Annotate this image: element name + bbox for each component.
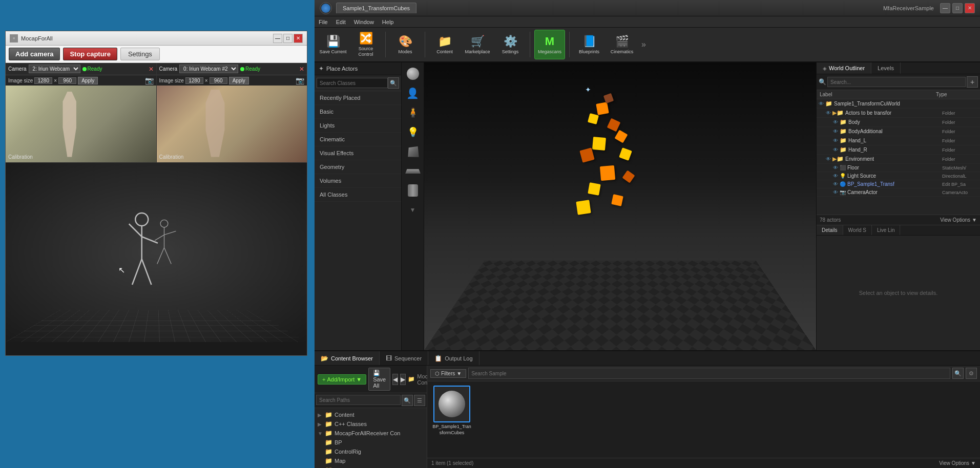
tree-item-controlrig[interactable]: 📁 ControlRig (315, 447, 427, 456)
search-sample-button[interactable]: 🔍 (952, 368, 964, 379)
search-paths-settings-button[interactable]: ☰ (414, 395, 425, 406)
outliner-item-actors[interactable]: 👁 ▶📁 Actors to be transfor Folder (817, 109, 980, 118)
settings-button[interactable]: Settings (120, 48, 160, 60)
outliner-item-world[interactable]: 👁 📁 Sample1_TransformCuWorld (817, 99, 980, 109)
category-geometry[interactable]: Geometry (315, 160, 401, 174)
menu-help[interactable]: Help (382, 19, 394, 25)
search-paths-input[interactable] (316, 395, 401, 405)
content-button[interactable]: 📁 Content (429, 30, 460, 59)
shape-mannequin-button[interactable]: 🧍 (404, 103, 422, 122)
source-control-button[interactable]: 🔀 Source Control (350, 30, 381, 59)
tab-content-browser[interactable]: 📂 Content Browser (315, 351, 380, 365)
ue-maximize-button[interactable]: □ (952, 3, 963, 13)
outliner-item-camera[interactable]: 👁 📷 CameraActor CameraActo (817, 188, 980, 197)
shape-light-button[interactable]: 💡 (404, 123, 422, 141)
tab-output-log[interactable]: 📋 Output Log (428, 351, 479, 365)
tab-details[interactable]: Details (817, 225, 843, 235)
menu-window[interactable]: Window (354, 19, 374, 25)
camera-feed-1: Calibration (6, 86, 156, 162)
outliner-item-floor[interactable]: 👁 ⬛ Floor StaticMesh/ (817, 164, 980, 172)
tree-item-bp[interactable]: 📁 BP (315, 438, 427, 447)
tree-item-map[interactable]: 📁 Map (315, 456, 427, 465)
mocap-maximize-button[interactable]: □ (283, 34, 293, 43)
image-height-1[interactable] (58, 77, 76, 84)
category-recently-placed[interactable]: Recently Placed (315, 91, 401, 105)
save-all-button[interactable]: 💾 Save All (368, 368, 390, 391)
toolbar-expand-button[interactable]: » (639, 38, 648, 51)
search-sample-settings-button[interactable]: ⚙ (966, 368, 977, 379)
outliner-item-lightsource[interactable]: 👁 💡 Light Source DirectionalL (817, 172, 980, 180)
tree-item-content[interactable]: ▶ 📁 Content (315, 410, 427, 419)
mocap-minimize-button[interactable]: — (273, 34, 282, 43)
tree-item-mocap-receiver[interactable]: ▼ 📁 MocapForAllReceiver Con (315, 429, 427, 438)
shape-plane-button[interactable] (404, 162, 422, 180)
blueprints-button[interactable]: 📘 Blueprints (574, 30, 604, 59)
category-all-classes[interactable]: All Classes (315, 188, 401, 202)
shape-sphere-button[interactable] (404, 65, 422, 83)
ue-minimize-button[interactable]: — (940, 3, 950, 13)
asset-bp-sample1[interactable]: BP_Sample1_TransformCubes (431, 386, 472, 436)
menu-edit[interactable]: Edit (336, 19, 346, 25)
marketplace-button[interactable]: 🛒 Marketplace (462, 30, 493, 59)
shape-person-button[interactable]: 👤 (404, 84, 422, 102)
cb-view-options-button[interactable]: View Options ▼ (939, 460, 976, 466)
viewport[interactable]: ✦ (424, 62, 816, 350)
outliner-item-handr[interactable]: 👁 📁 Hand_R Folder (817, 145, 980, 155)
search-classes-input[interactable] (317, 78, 388, 88)
cinematics-button[interactable]: 🎬 Cinematics (607, 30, 637, 59)
mocap-close-button[interactable]: ✕ (294, 34, 303, 43)
camera-icon-2: 📷 (296, 76, 304, 84)
image-width-2[interactable] (185, 77, 203, 84)
outliner-item-environment[interactable]: 👁 ▶📁 Environment Folder (817, 155, 980, 164)
image-width-1[interactable] (34, 77, 52, 84)
cam-select-2[interactable]: 0: Iriun Webcam #2 (179, 65, 238, 73)
tree-item-cpp[interactable]: ▶ 📁 C++ Classes (315, 419, 427, 429)
apply-button-2[interactable]: Apply (229, 77, 249, 84)
tab-live-link[interactable]: Live Lin (872, 225, 900, 235)
outliner-add-button[interactable]: + (967, 76, 978, 88)
modes-button[interactable]: 🎨 Modes (390, 30, 421, 59)
megascans-button[interactable]: M Megascans (534, 30, 565, 59)
cam-close-button-2[interactable]: ✕ (299, 66, 304, 73)
shape-cylinder-button[interactable] (404, 181, 422, 200)
cam-ready-text-1: Ready (88, 66, 102, 72)
category-volumes[interactable]: Volumes (315, 174, 401, 188)
outliner-search-input[interactable] (827, 77, 966, 87)
add-import-button[interactable]: + Add/Import ▼ (318, 374, 366, 385)
nav-forward-button[interactable]: ▶ (400, 374, 406, 385)
filters-button[interactable]: ⬡ Filters ▼ (430, 369, 466, 378)
image-height-2[interactable] (210, 77, 227, 84)
shape-box-button[interactable] (404, 142, 422, 161)
outliner-item-handl[interactable]: 👁 📁 Hand_L Folder (817, 136, 980, 145)
outliner-view-options-button[interactable]: View Options ▼ (940, 217, 977, 223)
save-current-button[interactable]: 💾 Save Current (318, 30, 348, 59)
category-basic[interactable]: Basic (315, 105, 401, 119)
cam-select-1[interactable]: 2: Iriun Webcam (29, 65, 80, 73)
add-camera-button[interactable]: Add camera (9, 48, 60, 60)
settings-button[interactable]: ⚙️ Settings (495, 30, 526, 59)
category-cinematic[interactable]: Cinematic (315, 133, 401, 146)
tab-world-settings[interactable]: World S (843, 225, 872, 235)
tab-sequencer[interactable]: 🎞 Sequencer (380, 351, 428, 365)
tab-world-outliner[interactable]: ◈ World Outliner (817, 62, 871, 74)
search-sample-input[interactable] (468, 368, 950, 379)
cinematics-label: Cinematics (611, 49, 634, 55)
category-visual-effects[interactable]: Visual Effects (315, 146, 401, 160)
cam-close-button-1[interactable]: ✕ (149, 66, 154, 73)
apply-button-1[interactable]: Apply (78, 77, 98, 84)
tree-item-material[interactable]: 📁 Material (315, 465, 427, 468)
outliner-item-bpsample[interactable]: 👁 🔵 BP_Sample1_Transf Edit BP_Sa (817, 180, 980, 188)
stop-capture-button[interactable]: Stop capture (63, 48, 117, 60)
category-lights[interactable]: Lights (315, 119, 401, 133)
ue-close-button[interactable]: ✕ (965, 3, 975, 13)
search-paths-button[interactable]: 🔍 (402, 395, 413, 406)
outliner-item-bodyadditional[interactable]: 👁 📁 BodyAdditional Folder (817, 127, 980, 136)
nav-back-button[interactable]: ◀ (392, 374, 398, 385)
outliner-name-bodyadditional: BodyAdditional (848, 129, 942, 134)
shape-scroll-down-button[interactable]: ▼ (404, 201, 422, 219)
outliner-item-body[interactable]: 👁 📁 Body Folder (817, 118, 980, 127)
source-icon: 🔀 (359, 32, 373, 45)
search-classes-button[interactable]: 🔍 (388, 77, 399, 89)
tab-levels[interactable]: Levels (871, 62, 901, 74)
menu-file[interactable]: File (319, 19, 328, 25)
